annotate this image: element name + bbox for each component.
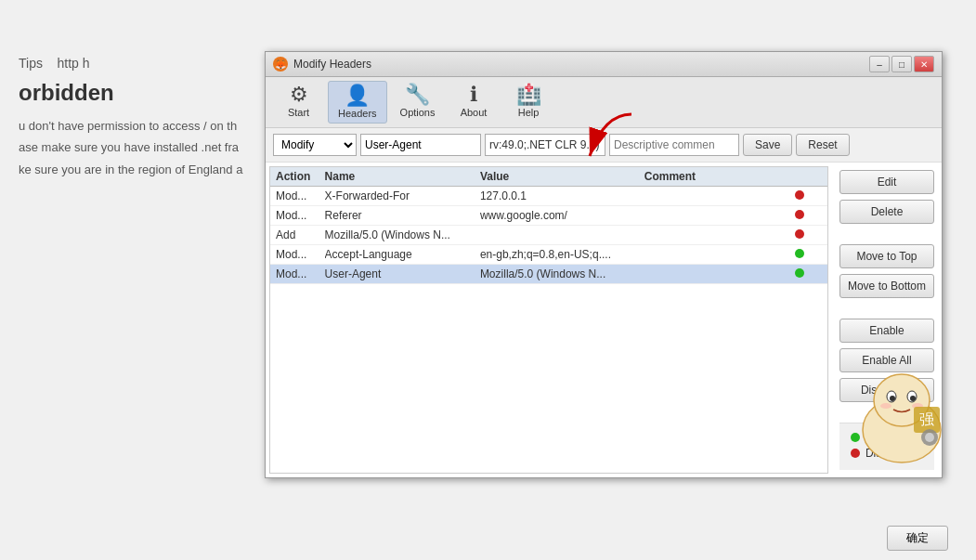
table-row[interactable]: Mod... Accept-Language en-gb,zh;q=0.8,en… [270,245,827,265]
row5-name: User-Agent [325,267,480,280]
svg-point-6 [910,396,916,401]
reset-button[interactable]: Reset [796,134,849,156]
toolbar-headers[interactable]: 👤 Headers [328,81,387,124]
row1-action: Mod... [276,189,325,202]
svg-point-5 [890,396,895,401]
comment-input[interactable] [609,134,739,156]
value-input[interactable] [485,134,605,156]
start-icon: ⚙ [290,85,308,105]
svg-text:强: 强 [919,411,934,427]
row1-status [795,189,822,202]
help-label: Help [518,107,540,118]
headers-icon: 👤 [345,85,370,106]
confirm-button[interactable]: 确定 [887,526,948,551]
svg-point-12 [925,433,934,442]
col-comment-header: Comment [644,170,796,183]
row3-action: Add [276,228,325,241]
table-header: Action Name Value Comment [270,167,827,187]
toolbar-start[interactable]: ⚙ Start [273,81,324,124]
save-button[interactable]: Save [743,134,792,156]
table-row[interactable]: Mod... User-Agent Mozilla/5.0 (Windows N… [270,265,827,284]
input-row: Modify Add Filter Save Reset [266,128,942,163]
title-bar: 🦊 Modify Headers – □ ✕ [266,52,942,77]
row3-name: Mozilla/5.0 (Windows N... [325,228,480,241]
table-row[interactable]: Mod... Referer www.google.com/ [270,206,827,226]
col-action-header: Action [276,170,325,183]
headers-label: Headers [338,108,377,119]
row5-action: Mod... [276,267,325,280]
svg-point-7 [880,403,891,409]
modify-headers-window: 🦊 Modify Headers – □ ✕ ⚙ Start 👤 Headers… [265,51,943,478]
table-row[interactable]: Mod... X-Forwarded-For 127.0.0.1 [270,187,827,206]
window-icon: 🦊 [273,57,288,72]
options-label: Options [400,107,436,118]
name-input[interactable] [360,134,481,156]
row4-name: Accept-Language [325,248,480,261]
restore-button[interactable]: □ [891,56,912,72]
col-value-header: Value [480,170,644,183]
row1-value: 127.0.0.1 [480,189,644,202]
title-controls: – □ ✕ [869,56,934,72]
close-button[interactable]: ✕ [914,56,934,72]
delete-button[interactable]: Delete [839,200,934,224]
row5-status [795,267,822,280]
row2-action: Mod... [276,209,325,222]
col-name-header: Name [325,170,480,183]
action-select[interactable]: Modify Add Filter [273,134,357,156]
start-label: Start [288,107,309,118]
edit-button[interactable]: Edit [839,170,934,194]
confirm-button-area: 确定 [887,526,948,551]
toolbar-options[interactable]: 🔧 Options [391,81,445,124]
toolbar-about[interactable]: ℹ About [449,81,500,124]
row2-value: www.google.com/ [480,209,644,222]
about-label: About [461,107,488,118]
row2-status [795,209,822,222]
main-content: Action Name Value Comment Mod... X-Forwa… [266,163,942,477]
about-icon: ℹ [470,85,477,105]
title-bar-left: 🦊 Modify Headers [273,57,371,72]
window-title: Modify Headers [293,58,371,71]
row4-action: Mod... [276,248,325,261]
col-status-header [795,170,822,183]
row2-name: Referer [325,209,480,222]
table-row[interactable]: Add Mozilla/5.0 (Windows N... [270,226,827,245]
options-icon: 🔧 [405,85,430,105]
mascot-image: 强 [851,356,953,467]
headers-table: Action Name Value Comment Mod... X-Forwa… [269,166,828,474]
row4-value: en-gb,zh;q=0.8,en-US;q.... [480,248,644,261]
move-to-top-button[interactable]: Move to Top [839,244,934,268]
toolbar-help[interactable]: 🏥 Help [503,81,554,124]
row5-value: Mozilla/5.0 (Windows N... [480,267,644,280]
enable-button[interactable]: Enable [839,319,934,343]
move-to-bottom-button[interactable]: Move to Bottom [839,274,934,298]
row1-name: X-Forwarded-For [325,189,480,202]
row4-status [795,248,822,261]
toolbar: ⚙ Start 👤 Headers 🔧 Options ℹ About 🏥 He… [266,77,942,128]
minimize-button[interactable]: – [869,56,890,72]
row3-status [795,228,822,241]
help-icon: 🏥 [516,85,541,105]
